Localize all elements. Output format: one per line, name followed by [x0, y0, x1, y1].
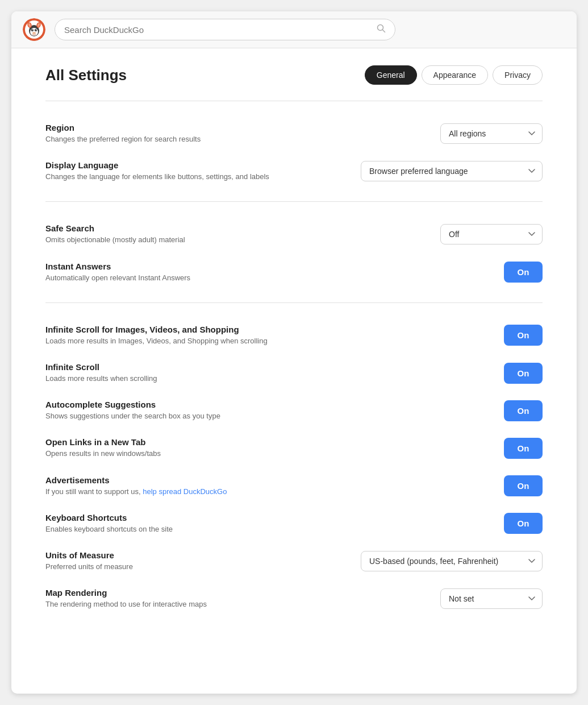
tab-group: General Appearance Privacy — [365, 65, 543, 85]
setting-info-infinite-scroll: Infinite Scroll Loads more results when … — [45, 362, 504, 384]
setting-label-display-language: Display Language — [45, 160, 338, 170]
infinite-scroll-toggle[interactable]: On — [504, 363, 543, 384]
setting-label-map-rendering: Map Rendering — [45, 588, 418, 598]
advertisements-toggle[interactable]: On — [504, 475, 543, 496]
svg-point-4 — [31, 29, 34, 31]
setting-row-units-of-measure: Units of Measure Preferred units of meas… — [45, 542, 543, 580]
autocomplete-toggle[interactable]: On — [504, 400, 543, 421]
setting-info-instant-answers: Instant Answers Automatically open relev… — [45, 262, 504, 283]
instant-answers-toggle[interactable]: On — [504, 262, 543, 283]
setting-row-display-language: Display Language Changes the language fo… — [45, 152, 543, 190]
setting-desc-open-links: Opens results in new windows/tabs — [45, 449, 481, 459]
page-content: All Settings General Appearance Privacy … — [11, 48, 577, 634]
setting-row-map-rendering: Map Rendering The rendering method to us… — [45, 580, 543, 617]
setting-row-advertisements: Advertisements If you still want to supp… — [45, 467, 543, 505]
search-icon — [377, 24, 386, 35]
section-safe-search: Safe Search Omits objectionable (mostly … — [45, 201, 543, 291]
setting-row-keyboard-shortcuts: Keyboard Shortcuts Enables keyboard shor… — [45, 505, 543, 542]
setting-desc-keyboard-shortcuts: Enables keyboard shortcuts on the site — [45, 524, 481, 534]
setting-label-instant-answers: Instant Answers — [45, 262, 481, 271]
svg-point-3 — [30, 28, 38, 36]
setting-label-advertisements: Advertisements — [45, 475, 481, 485]
setting-desc-display-language: Changes the language for elements like b… — [45, 172, 338, 182]
setting-info-region: Region Changes the preferred region for … — [45, 123, 440, 144]
setting-row-autocomplete: Autocomplete Suggestions Shows suggestio… — [45, 392, 543, 429]
setting-info-map-rendering: Map Rendering The rendering method to us… — [45, 588, 440, 609]
setting-label-keyboard-shortcuts: Keyboard Shortcuts — [45, 513, 481, 522]
region-select[interactable]: All regions — [440, 123, 543, 144]
setting-row-open-links: Open Links in a New Tab Opens results in… — [45, 429, 543, 467]
setting-row-region: Region Changes the preferred region for … — [45, 115, 543, 152]
setting-info-advertisements: Advertisements If you still want to supp… — [45, 475, 504, 497]
setting-row-infinite-scroll-images: Infinite Scroll for Images, Videos, and … — [45, 317, 543, 354]
tab-general[interactable]: General — [365, 65, 417, 85]
svg-line-14 — [383, 30, 385, 32]
svg-point-7 — [36, 30, 37, 31]
setting-info-keyboard-shortcuts: Keyboard Shortcuts Enables keyboard shor… — [45, 513, 504, 534]
setting-desc-infinite-scroll: Loads more results when scrolling — [45, 374, 481, 384]
setting-desc-infinite-scroll-images: Loads more results in Images, Videos, an… — [45, 336, 481, 346]
setting-desc-map-rendering: The rendering method to use for interact… — [45, 599, 418, 609]
setting-desc-advertisements: If you still want to support us, help sp… — [45, 487, 481, 497]
section-region-language: Region Changes the preferred region for … — [45, 101, 543, 190]
setting-desc-autocomplete: Shows suggestions under the search box a… — [45, 411, 481, 421]
setting-label-safe-search: Safe Search — [45, 223, 418, 233]
setting-info-display-language: Display Language Changes the language fo… — [45, 160, 361, 182]
setting-info-units-of-measure: Units of Measure Preferred units of meas… — [45, 550, 361, 572]
search-input[interactable] — [64, 25, 377, 35]
help-spread-link[interactable]: help spread DuckDuckGo — [143, 487, 227, 496]
map-rendering-select[interactable]: Not set WebGL Canvas — [440, 588, 543, 609]
setting-label-autocomplete: Autocomplete Suggestions — [45, 400, 481, 409]
section-scroll-more: Infinite Scroll for Images, Videos, and … — [45, 302, 543, 618]
keyboard-shortcuts-toggle[interactable]: On — [504, 513, 543, 534]
setting-desc-safe-search: Omits objectionable (mostly adult) mater… — [45, 235, 418, 245]
setting-row-instant-answers: Instant Answers Automatically open relev… — [45, 254, 543, 291]
setting-info-autocomplete: Autocomplete Suggestions Shows suggestio… — [45, 400, 504, 421]
svg-point-6 — [32, 30, 34, 31]
setting-info-infinite-scroll-images: Infinite Scroll for Images, Videos, and … — [45, 325, 504, 346]
display-language-select[interactable]: Browser preferred language — [361, 161, 543, 181]
page-title: All Settings — [45, 67, 127, 84]
duckduckgo-logo[interactable] — [23, 18, 45, 41]
units-of-measure-select[interactable]: US-based (pounds, feet, Fahrenheit) Metr… — [361, 551, 543, 571]
setting-label-units-of-measure: Units of Measure — [45, 550, 338, 560]
svg-point-5 — [35, 29, 37, 31]
search-bar[interactable] — [55, 19, 395, 40]
tab-appearance[interactable]: Appearance — [422, 65, 489, 85]
setting-label-infinite-scroll-images: Infinite Scroll for Images, Videos, and … — [45, 325, 481, 334]
safe-search-select[interactable]: Off Moderate Strict — [440, 224, 543, 244]
setting-label-region: Region — [45, 123, 418, 132]
infinite-scroll-images-toggle[interactable]: On — [504, 325, 543, 346]
open-links-toggle[interactable]: On — [504, 438, 543, 459]
setting-info-open-links: Open Links in a New Tab Opens results in… — [45, 437, 504, 459]
setting-row-infinite-scroll: Infinite Scroll Loads more results when … — [45, 354, 543, 392]
setting-row-safe-search: Safe Search Omits objectionable (mostly … — [45, 215, 543, 253]
setting-desc-units-of-measure: Preferred units of measure — [45, 562, 338, 572]
svg-point-8 — [32, 32, 36, 34]
page-header: All Settings General Appearance Privacy — [45, 65, 543, 85]
setting-info-safe-search: Safe Search Omits objectionable (mostly … — [45, 223, 440, 245]
browser-window: All Settings General Appearance Privacy … — [11, 11, 577, 694]
top-bar — [11, 11, 577, 48]
setting-desc-region: Changes the preferred region for search … — [45, 134, 418, 144]
tab-privacy[interactable]: Privacy — [493, 65, 543, 85]
setting-label-infinite-scroll: Infinite Scroll — [45, 362, 481, 372]
setting-desc-instant-answers: Automatically open relevant Instant Answ… — [45, 273, 481, 283]
setting-label-open-links: Open Links in a New Tab — [45, 437, 481, 447]
